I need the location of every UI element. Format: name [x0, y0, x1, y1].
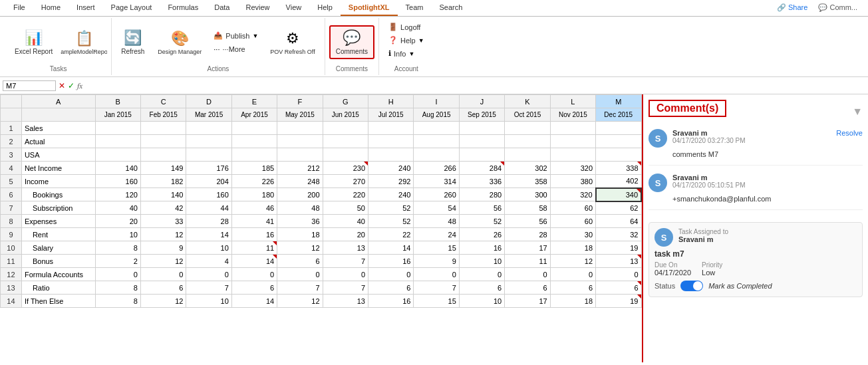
data-cell[interactable]: 58 [505, 201, 550, 215]
data-cell[interactable]: 240 [368, 162, 414, 175]
data-cell[interactable]: 284 [459, 162, 504, 175]
data-cell[interactable]: 11 [231, 241, 277, 255]
data-cell[interactable] [596, 148, 641, 162]
data-cell[interactable] [414, 135, 459, 148]
data-cell[interactable]: 0 [550, 268, 595, 281]
data-cell[interactable]: 0 [459, 268, 504, 281]
data-cell[interactable]: 10 [459, 295, 504, 308]
data-cell[interactable] [186, 122, 231, 135]
data-cell[interactable]: 340 [596, 188, 641, 201]
data-cell[interactable] [186, 135, 231, 148]
data-cell[interactable]: 338 [596, 162, 641, 175]
data-cell[interactable]: 160 [95, 175, 140, 188]
comments-tab-button[interactable]: 💬 Comm... [813, 0, 863, 16]
data-cell[interactable] [459, 122, 504, 135]
confirm-formula-icon[interactable]: ✓ [68, 81, 74, 90]
data-cell[interactable] [231, 135, 277, 148]
data-cell[interactable] [323, 135, 368, 148]
data-cell[interactable]: 0 [323, 268, 368, 281]
data-cell[interactable] [505, 135, 550, 148]
data-cell[interactable]: 10 [459, 255, 504, 268]
data-cell[interactable]: 41 [231, 215, 277, 228]
data-cell[interactable]: 7 [414, 281, 459, 295]
data-cell[interactable]: 8 [95, 281, 140, 295]
data-cell[interactable]: 15 [414, 241, 459, 255]
data-cell[interactable]: 6 [231, 281, 277, 295]
data-cell[interactable]: 8 [95, 241, 140, 255]
comments-button[interactable]: 💬 Comments [329, 25, 374, 59]
share-button[interactable]: 🔗 Share [772, 0, 813, 16]
data-cell[interactable]: 280 [459, 188, 504, 201]
label-cell[interactable]: Formula Accounts [21, 268, 95, 281]
data-cell[interactable]: 44 [186, 201, 231, 215]
data-cell[interactable]: 248 [277, 175, 323, 188]
data-cell[interactable]: 10 [186, 241, 231, 255]
help-button[interactable]: ❓ Help ▼ [383, 34, 430, 47]
data-cell[interactable]: 36 [277, 215, 323, 228]
data-cell[interactable]: 266 [414, 162, 459, 175]
label-cell[interactable]: Ratio [21, 281, 95, 295]
data-cell[interactable]: 14 [368, 241, 414, 255]
data-cell[interactable]: 13 [596, 255, 641, 268]
data-cell[interactable]: 320 [550, 188, 595, 201]
data-cell[interactable]: 13 [323, 241, 368, 255]
data-cell[interactable]: 0 [277, 268, 323, 281]
data-cell[interactable]: 0 [414, 268, 459, 281]
label-cell[interactable]: Rent [21, 228, 95, 241]
data-cell[interactable]: 18 [277, 228, 323, 241]
resolve-button-1[interactable]: Resolve [836, 129, 863, 137]
data-cell[interactable]: 12 [140, 295, 186, 308]
data-cell[interactable]: 12 [140, 255, 186, 268]
data-cell[interactable]: 320 [550, 162, 595, 175]
data-cell[interactable] [95, 122, 140, 135]
data-cell[interactable]: 402 [596, 175, 641, 188]
tab-team[interactable]: Team [398, 0, 432, 16]
data-cell[interactable]: 12 [550, 255, 595, 268]
data-cell[interactable]: 50 [323, 201, 368, 215]
data-cell[interactable]: 33 [140, 215, 186, 228]
data-cell[interactable]: 17 [505, 241, 550, 255]
data-cell[interactable]: 54 [414, 201, 459, 215]
data-cell[interactable]: 16 [231, 228, 277, 241]
more-button[interactable]: ··· ···More [210, 43, 262, 55]
data-cell[interactable]: 2 [95, 255, 140, 268]
data-cell[interactable]: 40 [95, 201, 140, 215]
data-cell[interactable]: 48 [414, 215, 459, 228]
data-cell[interactable]: 226 [231, 175, 277, 188]
data-cell[interactable] [368, 122, 414, 135]
label-cell[interactable]: Salary [21, 241, 95, 255]
tab-spotlightxl[interactable]: SpotlightXL [341, 0, 398, 16]
data-cell[interactable]: 56 [459, 201, 504, 215]
data-cell[interactable]: 0 [368, 268, 414, 281]
data-cell[interactable] [550, 148, 595, 162]
data-cell[interactable]: 13 [323, 295, 368, 308]
data-cell[interactable]: 28 [505, 228, 550, 241]
data-cell[interactable]: 30 [550, 228, 595, 241]
data-cell[interactable]: 300 [505, 188, 550, 201]
cancel-formula-icon[interactable]: ✕ [59, 81, 65, 90]
data-cell[interactable]: 6 [505, 281, 550, 295]
data-cell[interactable]: 6 [277, 255, 323, 268]
data-cell[interactable]: 204 [186, 175, 231, 188]
data-cell[interactable]: 20 [323, 228, 368, 241]
data-cell[interactable] [95, 148, 140, 162]
refresh-button[interactable]: 🔄 Refresh [116, 27, 150, 58]
data-cell[interactable] [550, 122, 595, 135]
publish-button[interactable]: 📤 Publish ▼ [210, 29, 262, 42]
data-cell[interactable]: 270 [323, 175, 368, 188]
data-cell[interactable]: 0 [186, 268, 231, 281]
data-cell[interactable] [459, 135, 504, 148]
data-cell[interactable] [368, 148, 414, 162]
data-cell[interactable] [140, 122, 186, 135]
data-cell[interactable]: 149 [140, 162, 186, 175]
tab-search[interactable]: Search [431, 0, 470, 16]
data-cell[interactable]: 14 [231, 295, 277, 308]
data-cell[interactable]: 260 [414, 188, 459, 201]
data-cell[interactable] [277, 135, 323, 148]
data-cell[interactable] [231, 148, 277, 162]
data-cell[interactable]: 9 [414, 255, 459, 268]
data-cell[interactable]: 6 [368, 281, 414, 295]
tab-formulas[interactable]: Formulas [160, 0, 206, 16]
data-cell[interactable]: 26 [459, 228, 504, 241]
data-cell[interactable]: 7 [323, 281, 368, 295]
